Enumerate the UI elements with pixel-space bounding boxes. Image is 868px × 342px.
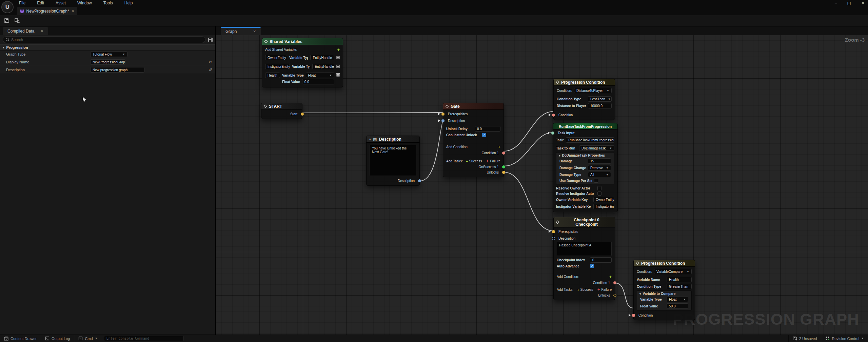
menu-window[interactable]: Window	[76, 1, 93, 5]
success-label[interactable]: Success	[580, 288, 593, 291]
condition-type-dropdown[interactable]: LessThan ▼	[588, 96, 612, 102]
use-damage-per-sec-checkbox[interactable]	[594, 179, 598, 183]
task-to-run-dropdown[interactable]: DoDamageTask ▼	[579, 145, 614, 151]
variable-type-dropdown[interactable]: Float ▼	[306, 73, 334, 78]
node-checkpoint[interactable]: Checkpoint 0 Checkpoint Prerequisites D	[553, 217, 615, 300]
float-value-field[interactable]: 0.0	[302, 79, 334, 84]
checkpoint-text-area[interactable]: Passed Checkpoint A	[557, 242, 612, 256]
console-command-box[interactable]	[104, 336, 184, 341]
auto-advance-checkbox[interactable]	[590, 264, 594, 268]
browse-to-asset-icon[interactable]	[14, 17, 20, 24]
node-header[interactable]: START	[261, 103, 302, 110]
variable-name-field[interactable]: Health	[265, 73, 280, 78]
variable-name-field[interactable]: OwnerEntity	[265, 55, 287, 60]
prerequisites-input-pin[interactable]	[441, 113, 445, 116]
add-shared-variable-button[interactable]: +	[337, 47, 340, 52]
tab-compiled-data[interactable]: Compiled Data ✕	[3, 27, 48, 35]
condition-dropdown[interactable]: VariableCompare ▼	[654, 269, 692, 274]
resolve-owner-actor-checkbox[interactable]	[597, 186, 601, 190]
instigator-variable-key-field[interactable]: InstigatorEntity	[593, 204, 614, 209]
content-drawer-button[interactable]: Content Drawer	[0, 335, 41, 342]
node-header[interactable]: Shared Variables	[262, 38, 343, 45]
reset-description-icon[interactable]: ↺	[209, 67, 212, 72]
menu-tools[interactable]: Tools	[102, 1, 114, 5]
display-name-field[interactable]: NewProgressionGraph	[90, 59, 125, 65]
condition1-output-pin[interactable]	[502, 152, 505, 155]
add-failure-task-icon[interactable]: ✦	[597, 287, 600, 292]
collapse-caret-icon[interactable]: ▾	[369, 138, 371, 141]
menu-edit[interactable]: Edit	[36, 1, 45, 5]
console-command-input[interactable]	[106, 337, 181, 340]
description-input-pin[interactable]	[552, 237, 555, 240]
node-description[interactable]: ▾ ▤ Description You have Unlocked the Ne…	[366, 136, 420, 186]
condition-dropdown[interactable]: DistanceToPlayer ▼	[574, 88, 612, 93]
task-dropdown[interactable]: RunBaseTaskFromProgression ▼	[566, 137, 614, 143]
node-progression-condition-distance[interactable]: Progression Condition Condition: Distanc…	[553, 79, 615, 120]
graph-canvas[interactable]: Zoom -3 PROGRESSION GRAPH Shared Variabl…	[216, 35, 868, 335]
asset-tab-close-icon[interactable]: ✕	[72, 9, 74, 13]
maximize-icon[interactable]: ▢	[847, 1, 851, 5]
float-value-field[interactable]: 50.0	[667, 303, 688, 309]
add-success-task-icon[interactable]: +	[577, 288, 579, 292]
node-start[interactable]: START Start	[261, 103, 302, 119]
unlock-delay-field[interactable]: 0.0	[475, 126, 500, 132]
close-icon[interactable]: ✕	[861, 1, 865, 5]
unlocks-output-pin[interactable]	[502, 171, 505, 174]
view-options-icon[interactable]	[208, 38, 213, 42]
unlocks-output-pin[interactable]	[613, 294, 616, 297]
unreal-logo-icon[interactable]: U	[1, 1, 14, 13]
node-shared-variables[interactable]: Shared Variables Add Shared Variable: + …	[262, 38, 343, 87]
description-text-area[interactable]: You have Unlocked the Next Gate!	[370, 145, 416, 176]
node-header[interactable]: Progression Condition	[554, 79, 615, 86]
search-input[interactable]	[11, 38, 202, 42]
can-instant-unlock-checkbox[interactable]	[482, 133, 486, 137]
cmd-dropdown-button[interactable]: Cmd ▼	[74, 335, 101, 342]
variable-type-dropdown[interactable]: EntityHandle ▼	[312, 64, 334, 69]
prerequisites-input-pin[interactable]	[552, 230, 555, 233]
variable-type-dropdown[interactable]: Float ▼	[667, 297, 688, 302]
menu-help[interactable]: Help	[123, 1, 134, 5]
resolve-instigator-actor-checkbox[interactable]	[597, 192, 601, 196]
node-header[interactable]: Progression Condition	[634, 260, 695, 267]
failure-label[interactable]: Failure	[601, 288, 612, 291]
search-box[interactable]	[3, 36, 205, 43]
tab-graph-close-icon[interactable]: ✕	[253, 29, 256, 33]
minimize-icon[interactable]: –	[835, 1, 837, 5]
damage-type-dropdown[interactable]: All ▼	[588, 172, 611, 177]
owner-variable-key-field[interactable]: OwnerEntity	[593, 197, 614, 202]
tab-compiled-data-close-icon[interactable]: ✕	[40, 29, 43, 33]
node-run-base-task[interactable]: RunBaseTaskFromProgression Task Input Ta…	[553, 123, 618, 212]
asset-tab-newprogressiongraph[interactable]: NewProgressionGraph* ✕	[17, 7, 77, 15]
checkpoint-index-field[interactable]: 0	[590, 257, 612, 263]
output-log-button[interactable]: Output Log	[41, 335, 74, 342]
description-input-pin[interactable]	[441, 119, 445, 122]
description-output-pin[interactable]	[418, 179, 421, 182]
description-field[interactable]: New progression graph	[90, 67, 144, 73]
menu-file[interactable]: File	[18, 1, 27, 5]
task-input-pin[interactable]	[551, 132, 554, 135]
node-progression-condition-variable[interactable]: Progression Condition Condition: Variabl…	[633, 260, 695, 320]
condition-input-pin[interactable]	[552, 114, 555, 117]
add-condition-button[interactable]: +	[498, 144, 500, 149]
onsuccess1-output-pin[interactable]	[502, 165, 505, 168]
add-success-task-icon[interactable]: +	[466, 159, 468, 163]
start-output-pin[interactable]	[301, 113, 304, 116]
variable-type-dropdown[interactable]: EntityHandle ▼	[310, 55, 334, 60]
unsaved-button[interactable]: 2 Unsaved	[788, 335, 821, 342]
properties-header[interactable]: ▾ DoDamageTask Properties	[556, 153, 614, 158]
node-header[interactable]: RunBaseTaskFromProgression	[553, 123, 617, 129]
delete-variable-icon[interactable]	[336, 73, 340, 77]
distance-to-player-field[interactable]: 10000.0	[588, 103, 612, 108]
variable-name-field[interactable]: Health	[667, 277, 692, 282]
graph-type-dropdown[interactable]: Tutorial Flow ▼	[90, 52, 127, 57]
condition-input-pin[interactable]	[632, 314, 635, 317]
tab-graph[interactable]: Graph ✕	[221, 27, 261, 35]
add-condition-button[interactable]: +	[609, 274, 612, 279]
reset-display-name-icon[interactable]: ↺	[209, 60, 212, 64]
damage-change-type-dropdown[interactable]: Remove ▼	[588, 165, 611, 170]
delete-variable-icon[interactable]	[336, 55, 340, 60]
success-label[interactable]: Success	[469, 159, 482, 163]
failure-label[interactable]: Failure	[490, 159, 500, 163]
node-gate[interactable]: Gate Prerequisites Description	[443, 103, 504, 177]
add-failure-task-icon[interactable]: ✦	[486, 159, 489, 163]
